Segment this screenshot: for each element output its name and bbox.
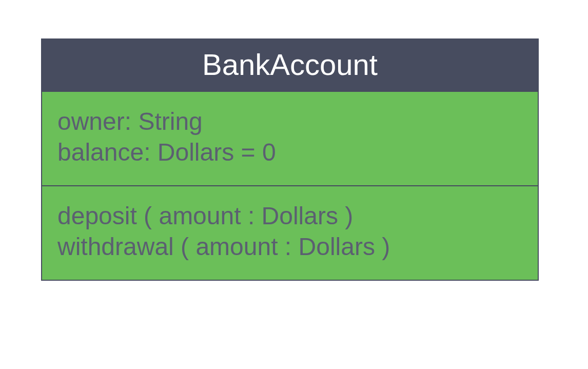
uml-class-box: BankAccount owner: String balance: Dolla… [41, 38, 539, 281]
operation-row: withdrawal ( amount : Dollars ) [57, 231, 522, 262]
attribute-row: balance: Dollars = 0 [57, 137, 522, 168]
operations-compartment: deposit ( amount : Dollars ) withdrawal … [42, 186, 538, 280]
attributes-compartment: owner: String balance: Dollars = 0 [42, 92, 538, 186]
class-name-header: BankAccount [42, 40, 538, 92]
class-name: BankAccount [202, 48, 378, 81]
attribute-row: owner: String [57, 106, 522, 137]
operation-row: deposit ( amount : Dollars ) [57, 201, 522, 231]
